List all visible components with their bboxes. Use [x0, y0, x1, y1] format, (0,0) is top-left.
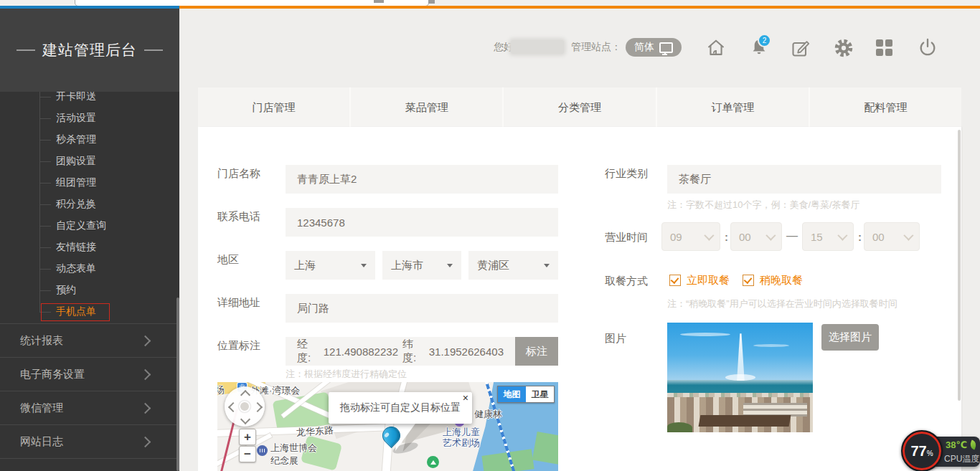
store-name-input[interactable]: 青青原上草2 [286, 165, 558, 194]
chevron-down-icon [765, 231, 776, 241]
open-minute-select[interactable]: 00 [730, 222, 782, 251]
zoom-out-button[interactable]: − [239, 446, 256, 462]
system-monitor-widget[interactable]: 77 % 38℃ CPU温度 [901, 430, 980, 471]
pan-center-knob[interactable] [239, 401, 250, 412]
browser-icon-fragment [428, 0, 435, 4]
map-infowindow: 拖动标注可自定义目标位置 × [329, 392, 472, 424]
redacted-username [511, 40, 564, 54]
sidebar-scrollbar[interactable] [176, 298, 179, 471]
dropdown-arrow-icon [544, 264, 550, 267]
pan-down-icon[interactable] [240, 414, 250, 424]
baidu-map[interactable]: 场 外滩·湾璟会 龙华东路 上海世博会纪念展 健康林 上海儿童艺术剧场 ♪ 拖动… [217, 382, 558, 471]
sidebar-group-ecommerce[interactable]: 电子商务设置 [0, 357, 179, 391]
latitude-value: 31.1952626403 [429, 346, 504, 358]
pickup-label: 取餐方式 [605, 275, 648, 288]
pan-up-icon[interactable] [240, 390, 250, 400]
phone-label: 联系电话 [217, 210, 260, 224]
content-scrollbar[interactable] [958, 130, 961, 401]
apps-grid-icon[interactable] [876, 39, 892, 56]
sidebar-item-group-buy[interactable]: 团购设置 [0, 151, 179, 172]
pickup-later-option[interactable]: 稍晚取餐 [760, 274, 803, 287]
tab-order-management[interactable]: 订单管理 [656, 87, 809, 127]
zoom-in-button[interactable]: + [239, 429, 256, 445]
sidebar-item-points-exchange[interactable]: 积分兑换 [0, 194, 179, 215]
store-photo-preview [667, 323, 813, 432]
city-select[interactable]: 上海市 [382, 251, 461, 280]
tab-store-management[interactable]: 门店管理 [198, 87, 349, 127]
pan-right-icon[interactable] [253, 402, 263, 412]
power-icon[interactable] [918, 37, 938, 57]
cpu-usage-gauge: 77 % [901, 430, 943, 471]
language-pill-button[interactable]: 简体 [626, 38, 682, 57]
admin-backend-screen: 建站管理后台 开卡即送 活动设置 秒杀管理 团购设置 组团管理 积分兑换 自定义… [0, 0, 980, 471]
dropdown-arrow-icon [447, 264, 453, 267]
chevron-down-icon [903, 231, 913, 241]
sidebar-title: 建站管理后台 [0, 9, 179, 92]
close-minute-select[interactable]: 00 [864, 222, 920, 251]
map-riverside-green [532, 432, 558, 465]
sidebar-item-mobile-ordering[interactable]: 手机点单 [0, 301, 179, 323]
pickup-now-option[interactable]: 立即取餐 [687, 274, 730, 287]
sidebar-group-site-log[interactable]: 网站日志 [0, 424, 179, 458]
sidebar-item-dynamic-form[interactable]: 动态表单 [0, 258, 179, 280]
title-dash [144, 49, 163, 51]
close-hour-select[interactable]: 15 [802, 222, 854, 251]
choose-image-button[interactable]: 选择图片 [821, 324, 879, 351]
industry-input[interactable]: 茶餐厅 [667, 165, 941, 194]
tab-ingredient-management[interactable]: 配料管理 [809, 87, 961, 127]
monitor-icon [659, 42, 673, 53]
map-label-partial: 场 [217, 384, 225, 396]
industry-label: 行业类别 [605, 167, 648, 181]
sidebar-menu: 开卡即送 活动设置 秒杀管理 团购设置 组团管理 积分兑换 自定义查询 友情链接… [0, 86, 179, 323]
sidebar-item-group-manage[interactable]: 组团管理 [0, 172, 179, 194]
leaf-icon [969, 440, 978, 450]
tab-category-management[interactable]: 分类管理 [502, 87, 655, 127]
dropdown-arrow-icon [361, 264, 367, 267]
divider [0, 458, 179, 459]
sidebar-item-custom-query[interactable]: 自定义查询 [0, 215, 179, 237]
notification-badge: 2 [758, 34, 771, 47]
chevron-right-icon [140, 436, 151, 447]
map-view-button[interactable]: 地图 [498, 386, 526, 402]
sidebar-groups: 统计报表 电子商务设置 微信管理 网站日志 [0, 323, 179, 459]
mark-location-button[interactable]: 标注 [515, 337, 558, 366]
map-label-park: 健康林 [474, 408, 502, 421]
cpu-usage-percent: 77 [910, 443, 926, 460]
phone-input[interactable]: 12345678 [286, 208, 558, 237]
pickup-later-checkbox[interactable] [743, 275, 754, 286]
sidebar-title-text: 建站管理后台 [42, 40, 137, 60]
form-panel: 门店名称 青青原上草2 联系电话 12345678 地区 上海 上海市 黄浦区 … [198, 127, 961, 471]
sidebar-group-wechat[interactable]: 微信管理 [0, 391, 179, 424]
sidebar-item-flash-sale[interactable]: 秒杀管理 [0, 129, 179, 151]
sidebar-item-activity-settings[interactable]: 活动设置 [0, 108, 179, 129]
location-input[interactable]: 经度: 121.490882232 纬度: 31.1952626403 [286, 337, 515, 366]
map-pan-control[interactable] [225, 386, 265, 427]
pickup-note: 注：“稍晚取餐”用户可以选择在营业时间内选择取餐时间 [667, 298, 897, 310]
cpu-temp-label: CPU温度 [944, 453, 979, 465]
map-label-expo: 上海世博会纪念展 [270, 442, 317, 467]
manage-site-label: 管理站点： [571, 41, 621, 54]
edit-icon[interactable] [791, 38, 811, 58]
location-note: 注：根据经纬度进行精确定位 [286, 368, 407, 381]
hours-label: 营业时间 [605, 231, 648, 244]
district-select[interactable]: 黄浦区 [468, 251, 558, 280]
pan-left-icon[interactable] [228, 402, 238, 412]
satellite-view-button[interactable]: 卫星 [526, 386, 554, 402]
tab-dish-management[interactable]: 菜品管理 [349, 87, 502, 127]
home-icon[interactable] [706, 37, 726, 57]
sidebar-group-statistics[interactable]: 统计报表 [0, 323, 179, 357]
sidebar-item-friend-links[interactable]: 友情链接 [0, 237, 179, 258]
infowindow-tip-text: 拖动标注可自定义目标位置 [340, 401, 461, 414]
settings-gear-icon[interactable] [834, 38, 854, 58]
province-select[interactable]: 上海 [286, 251, 375, 280]
close-icon[interactable]: × [463, 393, 468, 403]
pickup-now-checkbox[interactable] [669, 275, 681, 286]
sidebar-item-reservation[interactable]: 预约 [0, 280, 179, 301]
tab-bar: 门店管理 菜品管理 分类管理 订单管理 配料管理 [198, 87, 961, 127]
time-colon: : [725, 231, 728, 243]
address-input[interactable]: 局门路 [286, 294, 558, 323]
chevron-down-icon [704, 231, 714, 241]
longitude-label: 经度: [297, 338, 319, 365]
open-hour-select[interactable]: 09 [661, 222, 720, 251]
address-label: 详细地址 [217, 296, 260, 310]
